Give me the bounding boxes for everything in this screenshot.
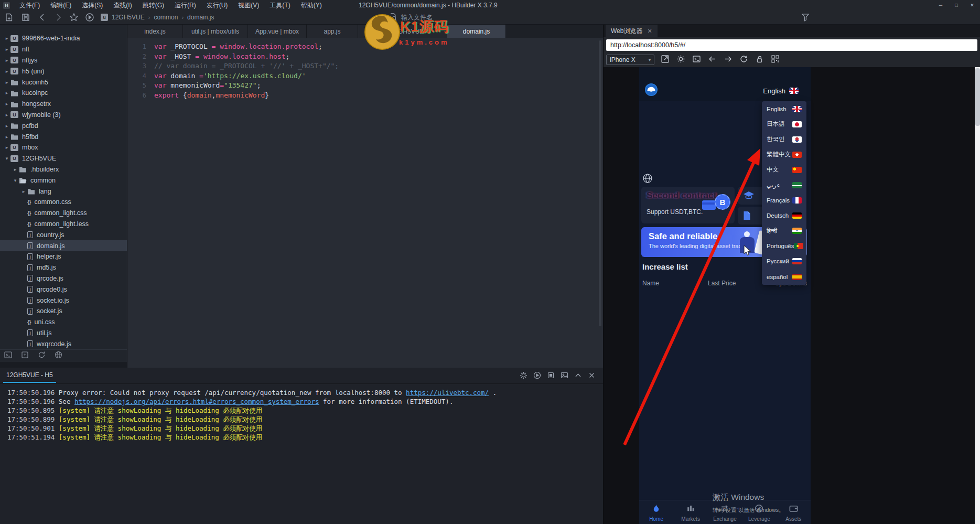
breadcrumb-file[interactable]: domain.js (187, 14, 214, 21)
tree-item[interactable]: ▾ common (0, 175, 127, 186)
editor-tab[interactable]: util.js | mbox/utils (183, 25, 248, 38)
tree-expander-icon[interactable]: ▸ (3, 69, 10, 74)
collapse-all-icon[interactable] (21, 351, 29, 361)
tree-item[interactable]: ▸ U mbox (0, 142, 127, 153)
collapse-panel-icon[interactable] (574, 371, 582, 381)
nav-back-icon[interactable] (708, 55, 717, 66)
run-icon[interactable] (85, 13, 94, 22)
back-icon[interactable] (38, 13, 47, 22)
close-button[interactable]: ✕ (964, 0, 980, 10)
contract-banner-card[interactable]: Second contract Support USDT,BTC. B (641, 187, 735, 223)
tree-item[interactable]: j socket.io.js (0, 295, 127, 306)
tree-item[interactable]: ▸ lang (0, 186, 127, 197)
language-option[interactable]: Русский (762, 254, 806, 269)
lock-icon[interactable] (755, 55, 764, 66)
tree-item[interactable]: j qrcode0.js (0, 284, 127, 295)
screenshot-icon[interactable] (561, 371, 568, 381)
bookmark-star-icon[interactable] (69, 13, 79, 22)
menu-item[interactable]: 帮助(Y) (296, 0, 327, 10)
tree-item[interactable]: j qrcode.js (0, 273, 127, 284)
browser-scrollbar[interactable] (975, 67, 980, 524)
browser-tab[interactable]: Web浏览器 ✕ (606, 25, 658, 37)
tree-item[interactable]: ▸ U nftjys (0, 55, 127, 66)
language-option[interactable]: Português (762, 239, 806, 254)
qrcode-icon[interactable] (771, 55, 780, 66)
run-circle-icon[interactable] (533, 371, 541, 381)
tree-expander-icon[interactable]: ▸ (3, 90, 10, 95)
log-link[interactable]: https://nodejs.org/api/errors.html#error… (74, 398, 319, 405)
menu-item[interactable]: 运行(R) (169, 0, 201, 10)
language-option[interactable]: Deutsch (762, 208, 806, 223)
console-tab[interactable]: 12GH5VUE - H5 (6, 371, 53, 379)
tree-expander-icon[interactable]: ▸ (3, 36, 10, 41)
tree-item[interactable]: j wxqrcode.js (0, 338, 127, 349)
tree-expander-icon[interactable]: ▸ (3, 47, 10, 52)
language-option[interactable]: عربي (762, 177, 806, 193)
open-external-icon[interactable] (661, 55, 670, 66)
tree-item[interactable]: j helper.js (0, 251, 127, 262)
tree-expander-icon[interactable]: ▸ (3, 123, 10, 129)
tree-item[interactable]: j socket.js (0, 306, 127, 317)
menu-item[interactable]: 查找(I) (108, 0, 137, 10)
tree-item[interactable]: {} uni.css (0, 317, 127, 328)
tree-item[interactable]: ▸ kucoinpc (0, 88, 127, 99)
tree-item[interactable]: ▸ U 999666-web-1-india (0, 33, 127, 44)
breadcrumb-project[interactable]: 12GH5VUE (112, 14, 145, 21)
tree-expander-icon[interactable]: ▸ (3, 101, 10, 106)
tree-item[interactable]: {} common_light.less (0, 219, 127, 230)
tree-item[interactable]: {} common_light.css (0, 208, 127, 219)
language-option[interactable]: 한국인 (762, 132, 806, 147)
new-file-icon[interactable] (4, 13, 14, 22)
url-input[interactable]: http://localhost:8000/h5/#/ (606, 39, 977, 51)
menu-item[interactable]: 文件(F) (14, 0, 45, 10)
tree-item[interactable]: ▸ kucoinh5 (0, 77, 127, 88)
breadcrumb-folder[interactable]: common (154, 14, 178, 21)
tree-item[interactable]: ▾ U 12GH5VUE (0, 153, 127, 164)
clear-console-icon[interactable] (588, 371, 596, 381)
col-name[interactable]: Name (642, 280, 659, 287)
editor-tab[interactable]: index.js (127, 25, 183, 38)
tree-expander-icon[interactable]: ▾ (12, 178, 19, 183)
col-last-price[interactable]: Last Price (708, 280, 736, 287)
editor-tab[interactable]: app.js (307, 25, 358, 38)
language-option[interactable]: 日本語 (762, 116, 806, 132)
close-tab-icon[interactable]: ✕ (647, 28, 652, 35)
tree-expander-icon[interactable]: ▸ (3, 145, 10, 150)
refresh-icon[interactable] (38, 351, 46, 361)
tree-item[interactable]: j country.js (0, 229, 127, 240)
tree-expander-icon[interactable]: ▸ (12, 167, 19, 172)
tree-item[interactable]: ▸ U wjymobile (3) (0, 110, 127, 121)
console-icon[interactable] (692, 55, 701, 66)
forward-icon[interactable] (53, 13, 63, 22)
language-option[interactable]: español (762, 269, 806, 284)
save-icon[interactable] (21, 13, 30, 22)
language-option[interactable]: हिन्दी (762, 223, 806, 239)
tree-item[interactable]: j md5.js (0, 262, 127, 273)
language-option[interactable]: 繁體中文 (762, 147, 806, 162)
tree-expander-icon[interactable]: ▸ (3, 58, 10, 63)
current-language-label[interactable]: English (763, 87, 785, 95)
code-area[interactable]: 1var _PROTOCOL = window.location.protoco… (127, 38, 603, 101)
reload-icon[interactable] (739, 55, 748, 66)
announcement-globe-icon[interactable] (642, 173, 653, 184)
log-link[interactable]: https://ulivebtc.com/ (406, 389, 489, 397)
tree-item[interactable]: ▸ hongsetrx (0, 99, 127, 110)
stop-icon[interactable] (547, 371, 555, 381)
menu-item[interactable]: 选择(S) (77, 0, 108, 10)
current-language-flag-icon[interactable] (789, 88, 799, 94)
tree-expander-icon[interactable]: ▸ (3, 80, 10, 85)
app-logo-icon[interactable] (645, 83, 658, 96)
nav-item-home[interactable]: Home (639, 500, 673, 524)
editor-tab[interactable]: domain.js (447, 25, 506, 38)
tree-expander-icon[interactable]: ▸ (20, 189, 27, 194)
filter-funnel-icon[interactable] (801, 13, 810, 24)
tree-expander-icon[interactable]: ▸ (3, 134, 10, 140)
tree-item[interactable]: ▸ .hbuilderx (0, 164, 127, 175)
nav-forward-icon[interactable] (724, 55, 733, 66)
gear-icon[interactable] (676, 55, 685, 66)
debug-settings-icon[interactable] (520, 371, 527, 381)
minimize-button[interactable]: ─ (933, 0, 949, 10)
tree-item[interactable]: {} common.css (0, 197, 127, 208)
language-option[interactable]: English (762, 101, 806, 116)
menu-item[interactable]: 编辑(E) (45, 0, 77, 10)
